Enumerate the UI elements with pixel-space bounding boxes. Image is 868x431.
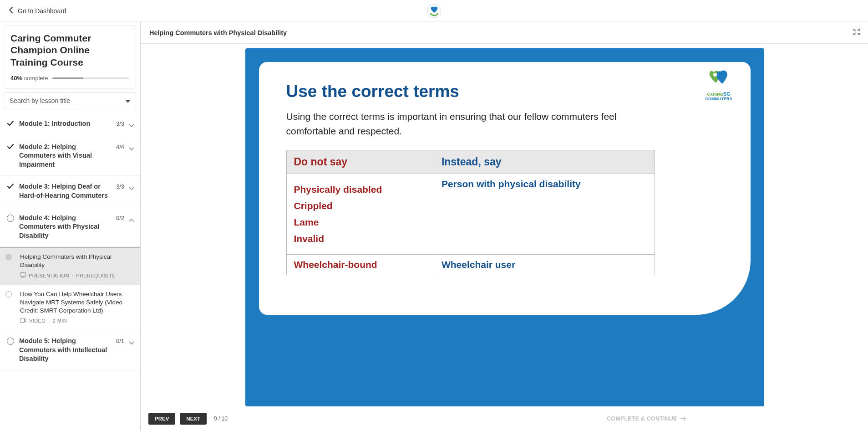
progress-percent: 40% <box>10 75 22 82</box>
slide-outer: CARINGSG COMMUTERS Use the correct terms… <box>245 48 764 406</box>
presentation-icon <box>20 272 26 279</box>
circle-icon <box>5 337 15 345</box>
module-item[interactable]: Module 4: Helping Commuters with Physica… <box>0 207 140 247</box>
slide-container: CARINGSG COMMUTERS Use the correct terms… <box>141 44 868 406</box>
module-count: 3/3 <box>116 119 129 127</box>
lesson-title: How You Can Help Wheelchair Users Naviga… <box>20 290 135 315</box>
module-count: 3/3 <box>116 182 129 190</box>
td-do-not-say-2: Wheelchair-bound <box>286 255 434 275</box>
topbar: Go to Dashboard <box>0 0 868 22</box>
svg-rect-1 <box>20 272 26 276</box>
progress-row: 40% complete <box>10 75 129 82</box>
complete-continue-button[interactable]: COMPLETE & CONTINUE <box>607 416 686 422</box>
td-instead-say-1: Person with physical disability <box>434 174 655 255</box>
go-to-dashboard-link[interactable]: Go to Dashboard <box>9 7 66 15</box>
check-icon <box>5 119 15 127</box>
caret-down-icon <box>126 97 130 104</box>
progress-fill <box>52 77 83 79</box>
module-title: Module 3: Helping Deaf or Hard-of-Hearin… <box>15 182 116 200</box>
sidebar: Caring Commuter Champion Online Training… <box>0 22 141 431</box>
svg-line-7 <box>854 33 856 35</box>
brand-logo <box>427 4 442 18</box>
th-do-not-say: Do not say <box>286 150 434 174</box>
slide-title: Use the correct terms <box>286 82 723 101</box>
module-item[interactable]: Module 5: Helping Commuters with Intelle… <box>0 330 140 370</box>
module-title: Module 1: Introduction <box>15 119 116 128</box>
progress-bar <box>52 77 129 79</box>
module-title: Module 5: Helping Commuters with Intelle… <box>15 337 116 364</box>
svg-line-4 <box>854 29 856 31</box>
chevron-down-icon <box>129 182 135 192</box>
chevron-left-icon <box>9 7 13 15</box>
lesson-title: Helping Commuters with Physical Disabili… <box>20 253 135 269</box>
td-instead-say-2: Wheelchair user <box>434 255 655 275</box>
chevron-down-icon <box>129 337 135 347</box>
course-card: Caring Commuter Champion Online Training… <box>4 26 136 88</box>
content-title: Helping Commuters with Physical Disabili… <box>149 29 287 36</box>
check-icon <box>5 182 15 190</box>
lesson-status-icon <box>5 291 12 298</box>
svg-rect-3 <box>20 318 25 323</box>
lesson-meta: VIDEO · 2 MIN <box>20 318 135 324</box>
svg-point-8 <box>713 73 717 77</box>
search-lesson-select[interactable]: Search by lesson title <box>4 92 136 109</box>
chevron-down-icon <box>129 143 135 153</box>
prev-button[interactable]: PREV <box>148 413 175 425</box>
module-item[interactable]: Module 1: Introduction 3/3 <box>0 113 140 136</box>
content-header: Helping Commuters with Physical Disabili… <box>141 22 868 44</box>
arrow-right-icon <box>680 416 686 422</box>
lesson-item[interactable]: Helping Commuters with Physical Disabili… <box>0 247 140 284</box>
slide-description: Using the correct terms is important in … <box>286 109 660 138</box>
video-icon <box>20 318 26 324</box>
caring-sg-logo: CARINGSG COMMUTERS <box>706 70 732 101</box>
lesson-status-icon <box>5 254 12 260</box>
course-title: Caring Commuter Champion Online Training… <box>10 32 129 68</box>
main-row: Caring Commuter Champion Online Training… <box>0 22 868 431</box>
terms-table: Do not say Instead, say Physically disab… <box>286 150 655 275</box>
td-do-not-say-1: Physically disabled Crippled Lame Invali… <box>286 174 434 255</box>
back-label: Go to Dashboard <box>18 7 66 15</box>
page-indicator: 9 / 10 <box>214 416 228 422</box>
fullscreen-icon[interactable] <box>853 29 860 36</box>
module-count: 4/4 <box>116 143 129 150</box>
th-instead-say: Instead, say <box>434 150 655 174</box>
footer-bar: PREV NEXT 9 / 10 COMPLETE & CONTINUE <box>141 406 868 431</box>
svg-line-6 <box>858 33 859 35</box>
module-count: 0/1 <box>116 337 129 344</box>
svg-line-5 <box>858 29 859 31</box>
complete-word: complete <box>24 75 48 82</box>
module-title: Module 4: Helping Commuters with Physica… <box>15 214 116 241</box>
module-count: 0/2 <box>116 214 129 221</box>
module-title: Module 2: Helping Commuters with Visual … <box>15 143 116 169</box>
search-placeholder: Search by lesson title <box>10 97 70 104</box>
content-area: Helping Commuters with Physical Disabili… <box>141 22 868 431</box>
next-button[interactable]: NEXT <box>180 413 207 425</box>
module-item[interactable]: Module 2: Helping Commuters with Visual … <box>0 136 140 176</box>
lesson-list: Helping Commuters with Physical Disabili… <box>0 247 140 330</box>
lesson-item[interactable]: How You Can Help Wheelchair Users Naviga… <box>0 285 140 330</box>
lesson-meta: PRESENTATION · PREREQUISITE <box>20 272 135 279</box>
slide-inner: CARINGSG COMMUTERS Use the correct terms… <box>259 62 751 315</box>
module-item[interactable]: Module 3: Helping Deaf or Hard-of-Hearin… <box>0 176 140 207</box>
check-icon <box>5 143 15 150</box>
chevron-up-icon <box>129 214 135 224</box>
circle-icon <box>5 214 15 222</box>
chevron-down-icon <box>129 119 135 129</box>
